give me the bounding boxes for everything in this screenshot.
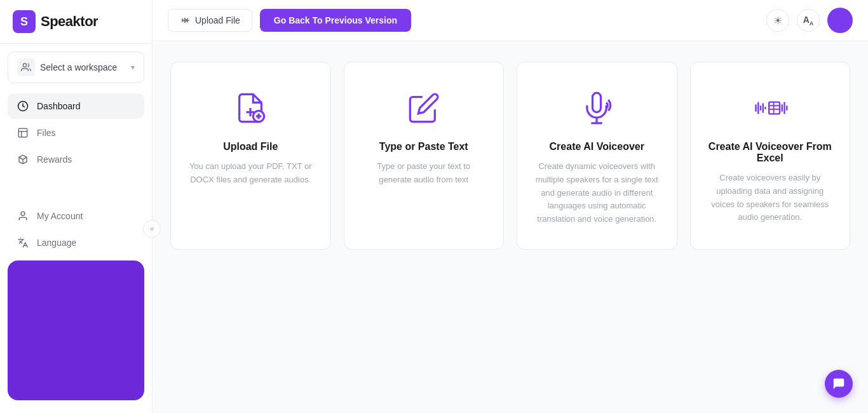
- ai-voiceover-excel-icon: [750, 88, 790, 128]
- sidebar-collapse-button[interactable]: «: [143, 220, 161, 238]
- svg-rect-2: [18, 128, 27, 137]
- card-description: Create voiceovers easily by uploading da…: [709, 172, 832, 224]
- header-right: ☀ AA: [766, 8, 853, 33]
- header-left: Upload File Go Back To Previous Version: [168, 9, 411, 32]
- language-icon: [17, 236, 29, 249]
- header: Upload File Go Back To Previous Version …: [153, 0, 868, 41]
- workspace-selector[interactable]: Select a workspace ▾: [8, 51, 144, 83]
- chevron-down-icon: ▾: [131, 63, 135, 72]
- upload-file-card[interactable]: Upload File You can upload your PDF, TXT…: [170, 62, 331, 250]
- content-area: Upload File You can upload your PDF, TXT…: [153, 41, 868, 413]
- card-description: You can upload your PDF, TXT or DOCX fil…: [189, 160, 313, 187]
- sidebar-item-dashboard[interactable]: Dashboard: [8, 93, 144, 119]
- translate-icon: AA: [803, 15, 814, 27]
- card-title: Create AI Voiceover From Excel: [709, 141, 832, 164]
- svg-point-0: [23, 64, 26, 67]
- sidebar-item-label: Rewards: [37, 154, 72, 165]
- promo-box: [8, 261, 144, 400]
- waveform-icon: [180, 15, 190, 25]
- sun-icon: ☀: [773, 15, 782, 27]
- nav-items: Dashboard Files Rewards: [0, 88, 152, 196]
- workspace-icon: [17, 58, 35, 76]
- avatar[interactable]: [827, 8, 853, 33]
- sidebar-item-label: Files: [37, 128, 56, 138]
- dashboard-icon: [17, 100, 29, 112]
- cards-grid: Upload File You can upload your PDF, TXT…: [170, 62, 850, 250]
- ai-voiceover-icon: [576, 88, 617, 128]
- chat-bubble-button[interactable]: [825, 370, 853, 398]
- logo-text: Speaktor: [41, 13, 98, 30]
- svg-line-6: [23, 157, 27, 159]
- sidebar: S Speaktor Select a workspace ▾: [0, 0, 153, 413]
- files-icon: [17, 126, 29, 139]
- create-ai-voiceover-card[interactable]: Create AI Voiceover Create dynamic voice…: [517, 62, 677, 250]
- account-icon: [17, 210, 29, 222]
- upload-file-icon: [230, 88, 271, 128]
- sidebar-item-label: Language: [37, 238, 76, 248]
- chat-icon: [832, 377, 846, 391]
- card-title: Upload File: [223, 141, 278, 152]
- card-description: Type or paste your text to generate audi…: [362, 160, 486, 187]
- upload-file-button[interactable]: Upload File: [168, 9, 252, 32]
- sidebar-bottom: My Account Language: [0, 196, 152, 413]
- type-paste-icon: [403, 88, 444, 128]
- sidebar-item-my-account[interactable]: My Account: [8, 203, 144, 229]
- rewards-icon: [17, 153, 29, 166]
- svg-point-8: [21, 212, 25, 215]
- workspace-label: Select a workspace: [40, 62, 117, 72]
- go-back-button[interactable]: Go Back To Previous Version: [260, 9, 411, 32]
- main-content: Upload File Go Back To Previous Version …: [153, 0, 868, 413]
- logo-area: S Speaktor: [0, 0, 152, 44]
- theme-toggle-button[interactable]: ☀: [766, 9, 789, 32]
- sidebar-item-rewards[interactable]: Rewards: [8, 147, 144, 172]
- sidebar-item-files[interactable]: Files: [8, 120, 144, 146]
- logo-icon: S: [13, 10, 36, 33]
- card-title: Type or Paste Text: [379, 141, 468, 152]
- translate-button[interactable]: AA: [797, 9, 820, 32]
- sidebar-item-label: Dashboard: [37, 101, 81, 111]
- create-ai-voiceover-excel-card[interactable]: Create AI Voiceover From Excel Create vo…: [690, 62, 851, 250]
- svg-line-7: [19, 157, 23, 159]
- card-title: Create AI Voiceover: [550, 141, 644, 152]
- type-paste-text-card[interactable]: Type or Paste Text Type or paste your te…: [344, 62, 505, 250]
- sidebar-item-language[interactable]: Language: [8, 230, 144, 255]
- card-description: Create dynamic voiceovers with multiple …: [535, 160, 659, 226]
- sidebar-item-label: My Account: [37, 211, 83, 221]
